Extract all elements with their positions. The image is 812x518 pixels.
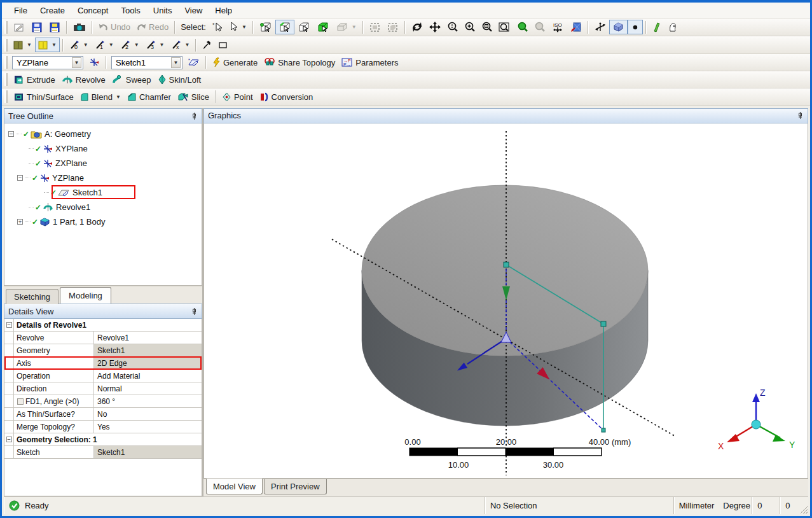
details-row-axis[interactable]: Axis 2D Edge: [4, 357, 202, 370]
pin-constraint-button[interactable]: [199, 38, 215, 52]
face-filter-button[interactable]: [294, 20, 313, 34]
details-row-merge-topology[interactable]: Merge Topology? Yes: [4, 421, 202, 433]
box-zoom-button[interactable]: [495, 20, 514, 34]
toolbar-grip[interactable]: [4, 90, 8, 103]
sweep-button[interactable]: Sweep: [109, 73, 155, 87]
pin-icon[interactable]: [797, 111, 804, 120]
box-volume-select-button[interactable]: [384, 20, 402, 34]
menu-concept[interactable]: Concept: [72, 4, 114, 17]
pin-icon[interactable]: [191, 112, 198, 120]
tab-print-preview[interactable]: Print Preview: [264, 479, 327, 494]
details-row-thin-surface[interactable]: As Thin/Surface? No: [4, 408, 202, 421]
tab-sketching[interactable]: Sketching: [6, 289, 58, 304]
menu-view[interactable]: View: [179, 4, 208, 17]
details-row-angle[interactable]: FD1, Angle (>0) 360 °: [4, 395, 202, 408]
new-sketch-button[interactable]: *: [184, 55, 203, 70]
details-row-sketch[interactable]: Sketch Sketch1: [4, 446, 202, 459]
tree-item-sketch1[interactable]: ✓ Sketch1: [4, 185, 202, 200]
orientation-triad[interactable]: Z X Y: [718, 388, 795, 451]
revolved-cylinder-body[interactable]: [362, 185, 648, 426]
screenshot-button[interactable]: [70, 20, 89, 34]
active-sketch-combobox[interactable]: Sketch1▼: [111, 56, 182, 69]
redo-button[interactable]: Redo: [134, 20, 172, 34]
edge-filter-button[interactable]: [275, 20, 294, 34]
zoom-in-button[interactable]: [461, 20, 478, 34]
extrude-button[interactable]: Extrude: [10, 73, 58, 87]
collapse-icon[interactable]: −: [8, 131, 14, 137]
tree-item-yzplane[interactable]: − ✓ YZPlane: [4, 171, 202, 185]
tree-item-zxplane[interactable]: ✓ ZXPlane: [4, 156, 202, 171]
select-mode-dropdown-button[interactable]: ▼: [226, 20, 250, 34]
look-at-plane-button[interactable]: [567, 20, 585, 34]
menu-file[interactable]: File: [8, 4, 33, 17]
save-as-button[interactable]: [46, 20, 64, 34]
grid-snap-0-button[interactable]: 0▼: [66, 38, 92, 52]
tree-item-revolve1[interactable]: ✓ Revolve1: [4, 200, 202, 214]
tab-model-view[interactable]: Model View: [206, 479, 263, 494]
details-row-direction[interactable]: Direction Normal: [4, 382, 202, 395]
collapse-icon[interactable]: −: [6, 437, 12, 442]
vertex-filter-button[interactable]: [256, 20, 275, 34]
pin-icon[interactable]: [191, 307, 198, 316]
iso-view-button[interactable]: ISO: [548, 20, 567, 34]
details-section-header-2[interactable]: − Geometry Selection: 1: [4, 433, 202, 446]
zoom-body-button[interactable]: [478, 20, 495, 34]
conversion-button[interactable]: Conversion: [256, 90, 317, 104]
details-section-header[interactable]: − Details of Revolve1: [4, 319, 202, 332]
undo-button[interactable]: Undo: [95, 20, 134, 34]
menu-create[interactable]: Create: [34, 4, 71, 17]
display-model-button[interactable]: [609, 20, 628, 34]
menu-units[interactable]: Units: [148, 4, 178, 17]
generate-button[interactable]: Generate: [209, 55, 261, 70]
grid-snap-1-button[interactable]: 1▼: [92, 38, 117, 52]
zoom-to-fit-button[interactable]: [514, 20, 531, 34]
parameter-checkbox[interactable]: [17, 398, 24, 405]
share-topology-button[interactable]: Share Topology: [261, 55, 338, 70]
viewport-head-button[interactable]: [664, 20, 681, 34]
sketch-color-yellow-button[interactable]: ▼: [35, 38, 60, 52]
box-select-button[interactable]: [366, 20, 384, 34]
zoom-button[interactable]: [444, 20, 461, 34]
collapse-icon[interactable]: −: [6, 322, 12, 328]
blend-button[interactable]: Blend▼: [77, 90, 124, 104]
chevron-down-icon[interactable]: ▼: [72, 57, 81, 68]
thin-surface-button[interactable]: Thin/Surface: [10, 90, 77, 104]
select-new-mode-button[interactable]: *: [209, 20, 226, 34]
active-plane-combobox[interactable]: YZPlane▼: [12, 56, 83, 69]
details-row-revolve[interactable]: Revolve Revolve1: [4, 332, 202, 344]
toolbar-grip[interactable]: [4, 56, 8, 69]
resize-grip[interactable]: [800, 506, 808, 514]
tree-item-xyplane[interactable]: ✓ XYPlane: [4, 141, 202, 156]
ruler-toggle-button[interactable]: [649, 20, 664, 34]
menu-help[interactable]: Help: [209, 4, 238, 17]
point-button[interactable]: Point: [219, 90, 256, 104]
sketch-color-button[interactable]: ▼: [10, 38, 35, 52]
pan-button[interactable]: [426, 20, 444, 34]
tree-item-geometry[interactable]: − ✓ A: Geometry: [4, 127, 202, 141]
skin-loft-button[interactable]: Skin/Loft: [155, 73, 205, 87]
expand-icon[interactable]: +: [17, 219, 23, 225]
slice-button[interactable]: Slice: [174, 90, 212, 104]
details-row-geometry[interactable]: Geometry Sketch1: [4, 344, 202, 357]
zoom-previous-button[interactable]: [531, 20, 548, 34]
grid-snap-x-button[interactable]: x▼: [168, 38, 193, 52]
body-filter-button[interactable]: [313, 20, 333, 34]
new-plane-button[interactable]: [85, 55, 103, 70]
chamfer-button[interactable]: Chamfer: [124, 90, 174, 104]
save-button[interactable]: [28, 20, 46, 34]
view-orientation-button[interactable]: [591, 20, 609, 34]
graphics-viewport[interactable]: 0.00 20.00 40.00 (mm) 10.00 30.00: [203, 123, 808, 479]
extend-selection-button[interactable]: ▼: [333, 20, 360, 34]
grid-snap-2-button[interactable]: 2▼: [117, 38, 142, 52]
tree-item-part-body[interactable]: + ✓ 1 Part, 1 Body: [4, 214, 202, 229]
grid-snap-3-button[interactable]: 3▼: [142, 38, 168, 52]
new-sketch-doc-button[interactable]: [10, 20, 28, 34]
parameters-button[interactable]: →PP→Parameters: [338, 55, 401, 70]
chevron-down-icon[interactable]: ▼: [171, 57, 181, 68]
tab-modeling[interactable]: Modeling: [60, 287, 111, 304]
menu-tools[interactable]: Tools: [115, 4, 146, 17]
toolbar-grip[interactable]: [4, 21, 8, 34]
rotate-button[interactable]: [408, 20, 426, 34]
revolve-button[interactable]: Revolve: [58, 73, 109, 87]
display-points-button[interactable]: [628, 20, 643, 34]
